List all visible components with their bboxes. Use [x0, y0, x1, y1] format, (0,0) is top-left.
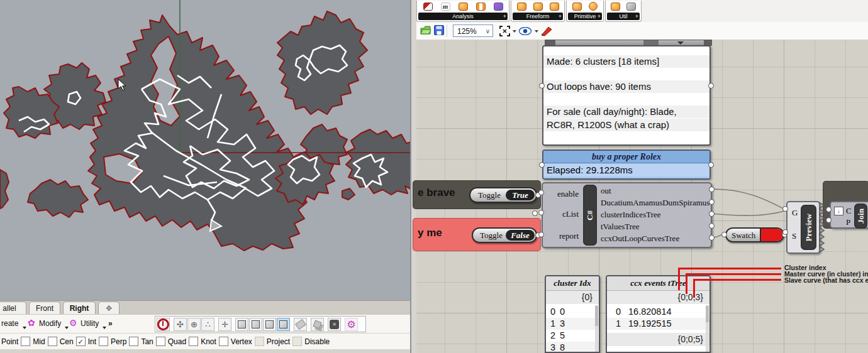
- tab-expand-plus[interactable]: +: [559, 13, 562, 20]
- script-input-nub[interactable]: [538, 210, 544, 215]
- analysis-tool-icon[interactable]: m: [441, 3, 450, 11]
- menu-utility[interactable]: Utility: [81, 319, 99, 328]
- gh-tab-analysis[interactable]: m Analysis +: [416, 1, 509, 22]
- viewport-tab-right[interactable]: Right: [63, 301, 96, 315]
- panel-scrollbar[interactable]: [595, 305, 598, 352]
- primitive-tool-icon[interactable]: [572, 3, 582, 11]
- osnap-checkbox[interactable]: [189, 337, 198, 346]
- script-output-nub[interactable]: [709, 235, 715, 241]
- save-file-icon[interactable]: [434, 25, 445, 36]
- colour-swatch-component[interactable]: Swatch: [725, 227, 784, 242]
- osnap-checkbox[interactable]: [99, 337, 108, 346]
- script-output-nub[interactable]: [709, 187, 715, 192]
- viewport-tab-front[interactable]: Front: [29, 301, 60, 315]
- menu-more[interactable]: »: [108, 319, 113, 328]
- gh-tab-primitive[interactable]: Primitive +: [566, 1, 604, 22]
- preview-input-nub[interactable]: [782, 229, 788, 235]
- dropdown-arrow-icon[interactable]: [535, 30, 538, 33]
- viewport-tab-expander[interactable]: ✥: [98, 301, 120, 315]
- open-file-icon[interactable]: [420, 25, 431, 36]
- freeform-tool-icon[interactable]: [533, 3, 543, 11]
- axis-icon[interactable]: ✛: [218, 318, 231, 331]
- analysis-tool-icon[interactable]: [459, 3, 468, 11]
- panel-output-nub[interactable]: [708, 83, 714, 89]
- join-name-capsule[interactable]: Join: [854, 204, 867, 229]
- panel-scrollbar[interactable]: [706, 305, 709, 352]
- tab-expand-plus[interactable]: +: [503, 13, 506, 20]
- menu-modify[interactable]: Modify: [39, 319, 61, 328]
- script-input-label: report: [559, 231, 579, 241]
- analysis-tool-icon[interactable]: [494, 3, 503, 11]
- script-output-nub[interactable]: [709, 223, 715, 229]
- osnap-checkbox[interactable]: [21, 337, 30, 346]
- globe-icon[interactable]: ⊕: [187, 318, 201, 331]
- join-component[interactable]: ↓ C P Join: [830, 201, 868, 229]
- box-mode-icon-2[interactable]: [249, 318, 262, 331]
- script-input-nub[interactable]: [538, 190, 544, 195]
- osnap-checkbox[interactable]: [129, 337, 138, 346]
- scrollbar-thumb[interactable]: [706, 306, 709, 322]
- viewport-tab-parallel[interactable]: allel: [0, 301, 26, 315]
- blocks-icon[interactable]: [311, 318, 324, 331]
- box-mode-icon-1[interactable]: [235, 318, 248, 331]
- tab-expand-plus[interactable]: +: [598, 13, 601, 20]
- gh-tab-util[interactable]: Util +: [605, 1, 642, 22]
- osnap-checkbox-checked[interactable]: ✓: [76, 337, 86, 346]
- panel-input-nub[interactable]: [539, 83, 545, 89]
- spray-icon[interactable]: [294, 318, 307, 331]
- grasshopper-gear-icon[interactable]: ⚙: [345, 318, 358, 331]
- analysis-tool-icon[interactable]: [423, 3, 433, 11]
- preview-eye-icon[interactable]: [518, 27, 532, 35]
- script-name-capsule[interactable]: C#: [583, 185, 597, 246]
- rolex-panel[interactable]: buy a proper Rolex Elapsed: 29.1228ms: [542, 149, 711, 180]
- script-input-nub[interactable]: [538, 232, 544, 237]
- tab-expand-plus[interactable]: +: [635, 13, 638, 20]
- freeform-tool-icon[interactable]: [550, 3, 559, 11]
- swatch-color-well[interactable]: [760, 229, 783, 241]
- osnap-checkbox[interactable]: [156, 337, 165, 346]
- analysis-tool-icon[interactable]: [476, 3, 486, 11]
- script-output-nub[interactable]: [709, 199, 715, 205]
- gh-tab-freeform[interactable]: Freeform +: [511, 1, 565, 22]
- osnap-checkbox[interactable]: [219, 337, 228, 346]
- util-tool-icon[interactable]: [626, 3, 636, 11]
- panel-output-nub[interactable]: [708, 162, 714, 168]
- panel-input-nub[interactable]: [539, 162, 545, 168]
- record-history-icon[interactable]: [157, 318, 170, 331]
- primitive-tool-icon[interactable]: [589, 2, 598, 11]
- graft-arrow-icon[interactable]: ↓: [834, 207, 843, 215]
- preview-name-capsule[interactable]: Preview: [801, 205, 816, 250]
- freeform-tool-icon[interactable]: [517, 3, 526, 11]
- osnap-checkbox[interactable]: [48, 337, 57, 346]
- sketch-pen-icon[interactable]: [540, 25, 553, 36]
- osnap-checkbox-disabled[interactable]: [292, 337, 302, 346]
- toggle-value[interactable]: False: [506, 230, 535, 241]
- join-input-nub[interactable]: [826, 207, 832, 212]
- scrollbar-thumb[interactable]: [643, 40, 659, 45]
- box-mode-icon-3[interactable]: [263, 318, 276, 331]
- osnap-checkbox-disabled[interactable]: [255, 337, 264, 346]
- join-input-nub[interactable]: [826, 217, 832, 223]
- boolean-toggle-false[interactable]: Toggle False: [472, 227, 537, 243]
- preview-component[interactable]: G S Preview: [786, 201, 820, 254]
- util-tool-icon[interactable]: [611, 3, 620, 11]
- csharp-script-component[interactable]: enable cList report C# out DucatiumAmamu…: [542, 182, 712, 248]
- swatch-input-nub[interactable]: [721, 232, 727, 237]
- cluster-idx-panel[interactable]: cluster Idx {0} 0 0 1 3 2 5 3 8: [545, 275, 600, 353]
- rhino-viewport[interactable]: [0, 0, 412, 300]
- zoom-extents-icon[interactable]: [499, 26, 510, 36]
- menu-create[interactable]: reate: [1, 319, 18, 328]
- dropdown-arrow-icon[interactable]: [513, 30, 516, 33]
- molecule-icon[interactable]: ∴: [201, 318, 214, 331]
- boolean-toggle-true[interactable]: Toggle True: [469, 187, 537, 203]
- zoom-level-combo[interactable]: 125% ∨: [453, 24, 493, 37]
- script-output-nub[interactable]: [709, 211, 715, 217]
- propeller-icon[interactable]: ✣: [174, 318, 187, 331]
- preview-input-nub[interactable]: [782, 206, 788, 212]
- report-panel[interactable]: Made: 6 clusters [18 items] Out loops ha…: [542, 45, 711, 146]
- dangling-input-nub[interactable]: [532, 210, 538, 216]
- dark-panel-icon[interactable]: ✕: [328, 318, 341, 331]
- toggle-value[interactable]: True: [506, 190, 535, 200]
- box-mode-icon-4-active[interactable]: [277, 318, 290, 331]
- scrollbar-thumb[interactable]: [595, 306, 598, 326]
